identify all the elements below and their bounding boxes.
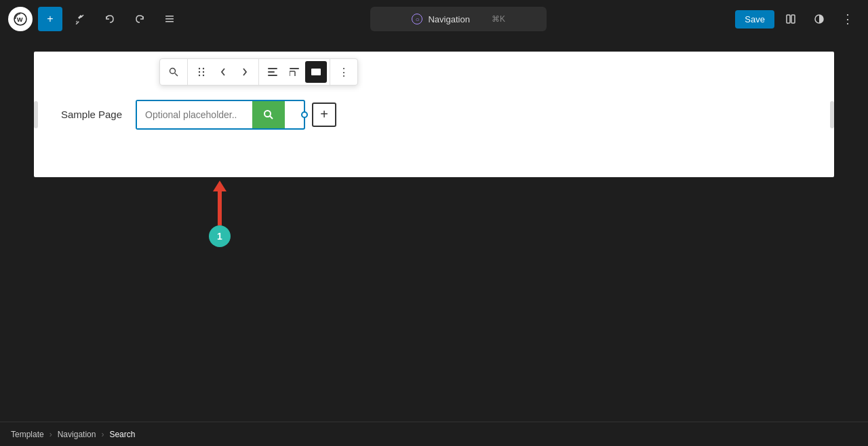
vertical-dots-icon: ⋮ (842, 12, 854, 26)
right-toolbar-group: Save ⋮ (735, 7, 860, 31)
search-resize-dot[interactable] (301, 111, 308, 118)
theme-toggle-button[interactable] (807, 7, 831, 31)
svg-line-10 (175, 73, 178, 76)
view-toggle-button[interactable] (778, 7, 803, 31)
svg-rect-19 (268, 75, 277, 76)
save-button[interactable]: Save (735, 10, 774, 29)
toolbar-nav-next-btn[interactable] (234, 61, 256, 83)
breadcrumb-search[interactable]: Search (109, 430, 135, 439)
add-nav-item-button[interactable]: + (312, 103, 336, 127)
toolbar-nav-prev-btn[interactable] (212, 61, 234, 83)
svg-rect-4 (165, 18, 174, 20)
svg-rect-5 (165, 21, 174, 22)
svg-rect-17 (268, 68, 277, 69)
toolbar-group-search (160, 59, 188, 85)
status-bar: Template › Navigation › Search (0, 422, 868, 446)
svg-point-12 (203, 68, 204, 69)
wp-logo: W (8, 7, 33, 31)
list-view-button[interactable] (157, 7, 182, 31)
redo-button[interactable] (127, 7, 152, 31)
annotation-arrow-shaft (218, 191, 222, 225)
toolbar-group-more: ⋮ (330, 59, 357, 85)
svg-rect-6 (787, 15, 790, 23)
nav-breadcrumb-pill[interactable]: ○ Navigation ⌘K (370, 7, 547, 31)
svg-line-24 (270, 116, 273, 119)
svg-point-16 (203, 75, 204, 76)
svg-point-15 (199, 75, 200, 76)
svg-point-23 (264, 111, 271, 117)
toolbar-group-align (259, 59, 330, 85)
nav-title: Navigation (428, 14, 469, 24)
undo-button[interactable] (98, 7, 122, 31)
svg-rect-18 (268, 71, 275, 73)
breadcrumb-sep-2: › (101, 430, 104, 439)
svg-rect-3 (165, 16, 174, 17)
svg-rect-22 (311, 69, 321, 75)
nav-shortcut: ⌘K (492, 14, 505, 24)
toolbar-align-full-btn[interactable] (305, 61, 327, 83)
toolbar-more-btn[interactable]: ⋮ (333, 61, 355, 83)
svg-point-14 (203, 71, 204, 73)
search-input[interactable] (137, 101, 252, 128)
block-toolbar: ⋮ (159, 58, 358, 86)
annotation-arrow-head (213, 181, 226, 191)
nav-circle-icon: ○ (412, 14, 422, 24)
toolbar-drag-btn[interactable] (191, 61, 212, 83)
toolbar-group-drag (188, 59, 259, 85)
search-widget[interactable] (136, 100, 305, 130)
annotation-1: 1 (209, 181, 231, 247)
top-toolbar: W + ○ Navigation ⌘K (0, 0, 868, 38)
main-canvas-area: ⋮ Sample Page + 1 (0, 38, 868, 422)
toolbar-align-center-btn[interactable] (283, 61, 305, 83)
editor-canvas: ⋮ Sample Page + (34, 52, 834, 177)
breadcrumb-navigation[interactable]: Navigation (58, 430, 96, 439)
annotation-badge: 1 (209, 225, 231, 247)
three-dots-icon: ⋮ (338, 66, 349, 79)
svg-point-11 (199, 68, 200, 69)
more-options-button[interactable]: ⋮ (835, 7, 860, 31)
breadcrumb-sep-1: › (50, 430, 52, 439)
plus-icon: + (320, 107, 328, 122)
toolbar-search-icon-btn[interactable] (163, 61, 184, 83)
add-icon: + (47, 13, 53, 25)
tools-button[interactable] (68, 7, 92, 31)
svg-rect-7 (791, 15, 795, 23)
svg-point-13 (199, 71, 200, 73)
add-block-button[interactable]: + (38, 7, 62, 31)
svg-rect-20 (290, 68, 299, 69)
sample-page-nav-item: Sample Page (61, 109, 122, 120)
search-submit-button[interactable] (252, 101, 285, 128)
svg-point-9 (170, 69, 176, 74)
resize-handle-left[interactable] (34, 101, 38, 128)
center-area: ○ Navigation ⌘K (187, 7, 730, 31)
toolbar-align-left-btn[interactable] (262, 61, 283, 83)
resize-handle-right[interactable] (830, 101, 834, 128)
svg-rect-21 (290, 71, 295, 76)
breadcrumb-template[interactable]: Template (11, 430, 44, 439)
svg-text:W: W (17, 16, 23, 23)
